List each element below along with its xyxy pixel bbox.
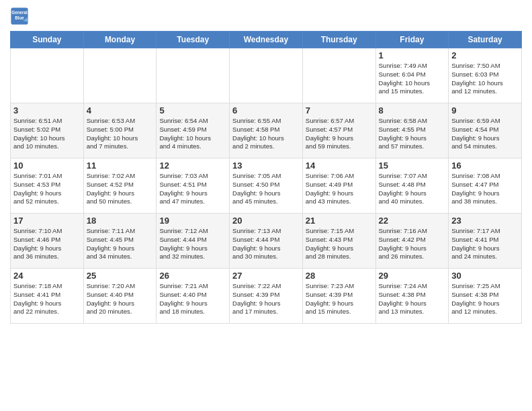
calendar-cell: 27Sunrise: 7:22 AM Sunset: 4:39 PM Dayli… bbox=[230, 269, 303, 324]
day-info: Sunrise: 7:13 AM Sunset: 4:44 PM Dayligh… bbox=[232, 227, 300, 261]
calendar-cell: 11Sunrise: 7:02 AM Sunset: 4:52 PM Dayli… bbox=[83, 158, 157, 214]
day-info: Sunrise: 7:01 AM Sunset: 4:53 PM Dayligh… bbox=[13, 172, 81, 206]
day-info: Sunrise: 7:12 AM Sunset: 4:44 PM Dayligh… bbox=[159, 227, 226, 261]
day-info: Sunrise: 7:15 AM Sunset: 4:43 PM Dayligh… bbox=[306, 227, 373, 261]
calendar-cell: 13Sunrise: 7:05 AM Sunset: 4:50 PM Dayli… bbox=[230, 158, 303, 214]
calendar-cell: 2Sunrise: 7:50 AM Sunset: 6:03 PM Daylig… bbox=[449, 48, 522, 103]
calendar-table: SundayMondayTuesdayWednesdayThursdayFrid… bbox=[10, 31, 522, 324]
logo-icon: General Blue bbox=[10, 7, 29, 26]
day-info: Sunrise: 7:49 AM Sunset: 6:04 PM Dayligh… bbox=[379, 62, 446, 96]
calendar-cell: 18Sunrise: 7:11 AM Sunset: 4:45 PM Dayli… bbox=[83, 214, 157, 269]
day-number: 23 bbox=[451, 216, 519, 226]
day-header-monday: Monday bbox=[83, 32, 157, 48]
week-row-2: 3Sunrise: 6:51 AM Sunset: 5:02 PM Daylig… bbox=[11, 103, 522, 158]
day-info: Sunrise: 6:57 AM Sunset: 4:57 PM Dayligh… bbox=[306, 117, 373, 151]
calendar-cell: 25Sunrise: 7:20 AM Sunset: 4:40 PM Dayli… bbox=[83, 269, 157, 324]
day-number: 27 bbox=[232, 271, 300, 281]
calendar-cell: 15Sunrise: 7:07 AM Sunset: 4:48 PM Dayli… bbox=[375, 158, 449, 214]
calendar-cell: 12Sunrise: 7:03 AM Sunset: 4:51 PM Dayli… bbox=[157, 158, 230, 214]
day-number: 12 bbox=[159, 161, 226, 171]
calendar-header-row: SundayMondayTuesdayWednesdayThursdayFrid… bbox=[11, 32, 522, 48]
day-number: 15 bbox=[379, 161, 446, 171]
day-number: 7 bbox=[306, 105, 373, 116]
calendar-cell: 5Sunrise: 6:54 AM Sunset: 4:59 PM Daylig… bbox=[157, 103, 230, 158]
calendar-cell: 29Sunrise: 7:24 AM Sunset: 4:38 PM Dayli… bbox=[375, 269, 449, 324]
day-number: 10 bbox=[13, 161, 81, 171]
day-number: 14 bbox=[306, 161, 373, 171]
day-header-friday: Friday bbox=[375, 32, 449, 48]
day-info: Sunrise: 6:58 AM Sunset: 4:55 PM Dayligh… bbox=[379, 117, 446, 151]
week-row-3: 10Sunrise: 7:01 AM Sunset: 4:53 PM Dayli… bbox=[11, 158, 522, 214]
day-info: Sunrise: 7:20 AM Sunset: 4:40 PM Dayligh… bbox=[87, 282, 154, 316]
week-row-4: 17Sunrise: 7:10 AM Sunset: 4:46 PM Dayli… bbox=[11, 214, 522, 269]
day-header-saturday: Saturday bbox=[449, 32, 522, 48]
week-row-1: 1Sunrise: 7:49 AM Sunset: 6:04 PM Daylig… bbox=[11, 48, 522, 103]
day-number: 21 bbox=[306, 216, 373, 226]
calendar-cell: 28Sunrise: 7:23 AM Sunset: 4:39 PM Dayli… bbox=[302, 269, 375, 324]
day-number: 28 bbox=[306, 271, 373, 281]
day-number: 25 bbox=[87, 271, 154, 281]
day-number: 20 bbox=[232, 216, 300, 226]
day-info: Sunrise: 7:25 AM Sunset: 4:38 PM Dayligh… bbox=[451, 282, 519, 316]
week-row-5: 24Sunrise: 7:18 AM Sunset: 4:41 PM Dayli… bbox=[11, 269, 522, 324]
day-number: 5 bbox=[159, 105, 226, 116]
day-header-thursday: Thursday bbox=[302, 32, 375, 48]
day-header-wednesday: Wednesday bbox=[230, 32, 303, 48]
day-number: 24 bbox=[13, 271, 81, 281]
calendar-cell: 17Sunrise: 7:10 AM Sunset: 4:46 PM Dayli… bbox=[11, 214, 84, 269]
day-info: Sunrise: 7:21 AM Sunset: 4:40 PM Dayligh… bbox=[159, 282, 226, 316]
calendar-cell: 6Sunrise: 6:55 AM Sunset: 4:58 PM Daylig… bbox=[230, 103, 303, 158]
calendar-cell: 3Sunrise: 6:51 AM Sunset: 5:02 PM Daylig… bbox=[11, 103, 84, 158]
day-number: 29 bbox=[379, 271, 446, 281]
day-info: Sunrise: 7:11 AM Sunset: 4:45 PM Dayligh… bbox=[87, 227, 154, 261]
day-info: Sunrise: 7:23 AM Sunset: 4:39 PM Dayligh… bbox=[306, 282, 373, 316]
day-info: Sunrise: 7:03 AM Sunset: 4:51 PM Dayligh… bbox=[159, 172, 226, 206]
day-number: 13 bbox=[232, 161, 300, 171]
day-number: 2 bbox=[451, 50, 519, 60]
day-info: Sunrise: 7:02 AM Sunset: 4:52 PM Dayligh… bbox=[87, 172, 154, 206]
day-info: Sunrise: 6:53 AM Sunset: 5:00 PM Dayligh… bbox=[87, 117, 154, 151]
day-number: 22 bbox=[379, 216, 446, 226]
day-number: 19 bbox=[159, 216, 226, 226]
day-info: Sunrise: 6:55 AM Sunset: 4:58 PM Dayligh… bbox=[232, 117, 300, 151]
day-number: 26 bbox=[159, 271, 226, 281]
calendar-cell: 7Sunrise: 6:57 AM Sunset: 4:57 PM Daylig… bbox=[302, 103, 375, 158]
day-number: 18 bbox=[87, 216, 154, 226]
calendar-cell: 20Sunrise: 7:13 AM Sunset: 4:44 PM Dayli… bbox=[230, 214, 303, 269]
calendar-cell: 30Sunrise: 7:25 AM Sunset: 4:38 PM Dayli… bbox=[449, 269, 522, 324]
calendar-cell bbox=[11, 48, 84, 103]
day-info: Sunrise: 6:59 AM Sunset: 4:54 PM Dayligh… bbox=[451, 117, 519, 151]
calendar-cell: 4Sunrise: 6:53 AM Sunset: 5:00 PM Daylig… bbox=[83, 103, 157, 158]
calendar-cell: 1Sunrise: 7:49 AM Sunset: 6:04 PM Daylig… bbox=[375, 48, 449, 103]
calendar-cell: 19Sunrise: 7:12 AM Sunset: 4:44 PM Dayli… bbox=[157, 214, 230, 269]
calendar-cell bbox=[157, 48, 230, 103]
day-number: 3 bbox=[13, 105, 81, 116]
day-number: 4 bbox=[87, 105, 154, 116]
logo: General Blue bbox=[10, 7, 32, 26]
page-container: General Blue SundayMondayTuesdayWednesda… bbox=[0, 0, 532, 327]
calendar-cell: 16Sunrise: 7:08 AM Sunset: 4:47 PM Dayli… bbox=[449, 158, 522, 214]
calendar-cell: 9Sunrise: 6:59 AM Sunset: 4:54 PM Daylig… bbox=[449, 103, 522, 158]
calendar-cell bbox=[230, 48, 303, 103]
day-info: Sunrise: 7:10 AM Sunset: 4:46 PM Dayligh… bbox=[13, 227, 81, 261]
day-info: Sunrise: 6:54 AM Sunset: 4:59 PM Dayligh… bbox=[159, 117, 226, 151]
calendar-cell: 10Sunrise: 7:01 AM Sunset: 4:53 PM Dayli… bbox=[11, 158, 84, 214]
calendar-cell: 8Sunrise: 6:58 AM Sunset: 4:55 PM Daylig… bbox=[375, 103, 449, 158]
day-info: Sunrise: 7:50 AM Sunset: 6:03 PM Dayligh… bbox=[451, 62, 519, 96]
day-number: 11 bbox=[87, 161, 154, 171]
header: General Blue bbox=[10, 7, 522, 26]
day-info: Sunrise: 7:07 AM Sunset: 4:48 PM Dayligh… bbox=[379, 172, 446, 206]
day-info: Sunrise: 7:18 AM Sunset: 4:41 PM Dayligh… bbox=[13, 282, 81, 316]
day-number: 16 bbox=[451, 161, 519, 171]
calendar-cell: 23Sunrise: 7:17 AM Sunset: 4:41 PM Dayli… bbox=[449, 214, 522, 269]
day-info: Sunrise: 7:17 AM Sunset: 4:41 PM Dayligh… bbox=[451, 227, 519, 261]
calendar-cell: 24Sunrise: 7:18 AM Sunset: 4:41 PM Dayli… bbox=[11, 269, 84, 324]
calendar-cell: 22Sunrise: 7:16 AM Sunset: 4:42 PM Dayli… bbox=[375, 214, 449, 269]
day-number: 6 bbox=[232, 105, 300, 116]
day-number: 30 bbox=[451, 271, 519, 281]
day-info: Sunrise: 7:08 AM Sunset: 4:47 PM Dayligh… bbox=[451, 172, 519, 206]
calendar-cell: 14Sunrise: 7:06 AM Sunset: 4:49 PM Dayli… bbox=[302, 158, 375, 214]
day-header-sunday: Sunday bbox=[11, 32, 84, 48]
day-number: 1 bbox=[379, 50, 446, 60]
day-header-tuesday: Tuesday bbox=[157, 32, 230, 48]
